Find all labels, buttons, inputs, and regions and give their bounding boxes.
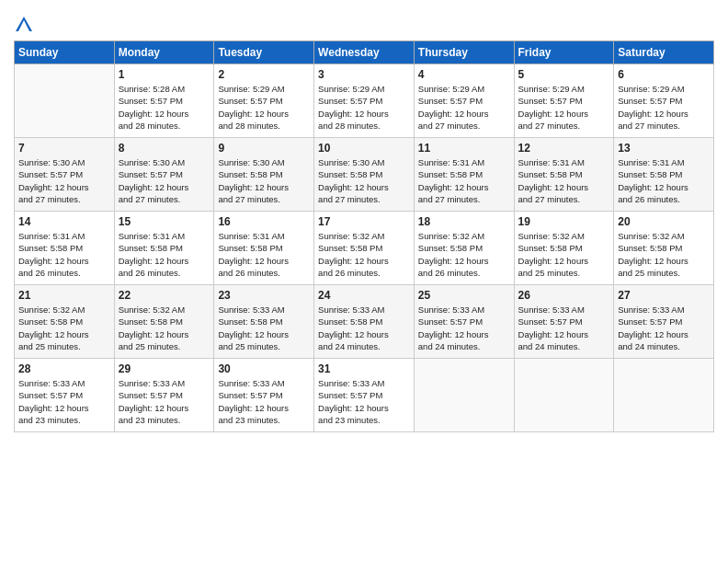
day-number: 23 xyxy=(218,289,310,302)
header-cell-monday: Monday xyxy=(114,41,214,64)
day-cell: 11Sunrise: 5:31 AM Sunset: 5:58 PM Dayli… xyxy=(414,138,514,212)
page-header xyxy=(14,9,714,35)
header-cell-sunday: Sunday xyxy=(15,41,115,64)
day-cell xyxy=(614,359,714,432)
week-row-3: 14Sunrise: 5:31 AM Sunset: 5:58 PM Dayli… xyxy=(15,212,714,285)
day-cell: 4Sunrise: 5:29 AM Sunset: 5:57 PM Daylig… xyxy=(414,64,514,138)
week-row-4: 21Sunrise: 5:32 AM Sunset: 5:58 PM Dayli… xyxy=(15,285,714,359)
day-cell: 18Sunrise: 5:32 AM Sunset: 5:58 PM Dayli… xyxy=(414,212,514,285)
day-cell: 20Sunrise: 5:32 AM Sunset: 5:58 PM Dayli… xyxy=(614,212,714,285)
calendar-header: SundayMondayTuesdayWednesdayThursdayFrid… xyxy=(15,41,714,64)
day-cell: 25Sunrise: 5:33 AM Sunset: 5:57 PM Dayli… xyxy=(414,285,514,359)
day-info: Sunrise: 5:33 AM Sunset: 5:57 PM Dayligh… xyxy=(418,304,510,352)
day-info: Sunrise: 5:33 AM Sunset: 5:58 PM Dayligh… xyxy=(318,304,410,352)
header-cell-saturday: Saturday xyxy=(614,41,714,64)
day-number: 30 xyxy=(218,362,310,375)
week-row-1: 1Sunrise: 5:28 AM Sunset: 5:57 PM Daylig… xyxy=(15,64,714,138)
day-cell: 3Sunrise: 5:29 AM Sunset: 5:57 PM Daylig… xyxy=(314,64,415,138)
day-info: Sunrise: 5:32 AM Sunset: 5:58 PM Dayligh… xyxy=(518,230,610,279)
calendar-body: 1Sunrise: 5:28 AM Sunset: 5:57 PM Daylig… xyxy=(15,64,714,432)
day-info: Sunrise: 5:31 AM Sunset: 5:58 PM Dayligh… xyxy=(218,230,310,279)
header-cell-friday: Friday xyxy=(514,41,614,64)
day-cell: 9Sunrise: 5:30 AM Sunset: 5:58 PM Daylig… xyxy=(214,138,314,212)
day-info: Sunrise: 5:29 AM Sunset: 5:57 PM Dayligh… xyxy=(618,83,710,132)
day-cell: 17Sunrise: 5:32 AM Sunset: 5:58 PM Dayli… xyxy=(314,212,415,285)
day-cell: 31Sunrise: 5:33 AM Sunset: 5:57 PM Dayli… xyxy=(314,359,415,432)
day-number: 8 xyxy=(119,142,210,155)
day-number: 4 xyxy=(418,68,510,81)
logo-icon xyxy=(14,15,34,35)
day-number: 19 xyxy=(518,215,610,228)
day-number: 3 xyxy=(318,68,410,81)
day-info: Sunrise: 5:30 AM Sunset: 5:57 PM Dayligh… xyxy=(119,156,210,205)
day-number: 15 xyxy=(119,215,210,228)
day-cell: 22Sunrise: 5:32 AM Sunset: 5:58 PM Dayli… xyxy=(114,285,214,359)
day-number: 18 xyxy=(418,215,510,228)
day-number: 16 xyxy=(218,215,310,228)
day-info: Sunrise: 5:29 AM Sunset: 5:57 PM Dayligh… xyxy=(418,83,510,132)
day-number: 12 xyxy=(518,142,610,155)
day-info: Sunrise: 5:30 AM Sunset: 5:58 PM Dayligh… xyxy=(318,156,410,205)
day-cell xyxy=(15,64,115,138)
day-cell: 12Sunrise: 5:31 AM Sunset: 5:58 PM Dayli… xyxy=(514,138,614,212)
day-cell: 19Sunrise: 5:32 AM Sunset: 5:58 PM Dayli… xyxy=(514,212,614,285)
header-cell-tuesday: Tuesday xyxy=(214,41,314,64)
week-row-2: 7Sunrise: 5:30 AM Sunset: 5:57 PM Daylig… xyxy=(15,138,714,212)
day-cell: 28Sunrise: 5:33 AM Sunset: 5:57 PM Dayli… xyxy=(15,359,115,432)
day-cell: 30Sunrise: 5:33 AM Sunset: 5:57 PM Dayli… xyxy=(214,359,314,432)
day-cell: 6Sunrise: 5:29 AM Sunset: 5:57 PM Daylig… xyxy=(614,64,714,138)
day-number: 5 xyxy=(518,68,610,81)
week-row-5: 28Sunrise: 5:33 AM Sunset: 5:57 PM Dayli… xyxy=(15,359,714,432)
day-number: 22 xyxy=(119,289,210,302)
day-number: 17 xyxy=(318,215,410,228)
day-cell: 23Sunrise: 5:33 AM Sunset: 5:58 PM Dayli… xyxy=(214,285,314,359)
day-number: 2 xyxy=(218,68,310,81)
day-number: 28 xyxy=(18,362,110,375)
day-number: 14 xyxy=(18,215,110,228)
day-number: 26 xyxy=(518,289,610,302)
day-number: 20 xyxy=(618,215,710,228)
day-number: 13 xyxy=(618,142,710,155)
day-info: Sunrise: 5:29 AM Sunset: 5:57 PM Dayligh… xyxy=(218,83,310,132)
day-info: Sunrise: 5:31 AM Sunset: 5:58 PM Dayligh… xyxy=(18,230,110,279)
day-cell: 21Sunrise: 5:32 AM Sunset: 5:58 PM Dayli… xyxy=(15,285,115,359)
day-info: Sunrise: 5:33 AM Sunset: 5:57 PM Dayligh… xyxy=(518,304,610,352)
day-number: 24 xyxy=(318,289,410,302)
header-row: SundayMondayTuesdayWednesdayThursdayFrid… xyxy=(15,41,714,64)
day-info: Sunrise: 5:32 AM Sunset: 5:58 PM Dayligh… xyxy=(119,304,210,352)
calendar-table: SundayMondayTuesdayWednesdayThursdayFrid… xyxy=(14,40,714,432)
day-cell: 26Sunrise: 5:33 AM Sunset: 5:57 PM Dayli… xyxy=(514,285,614,359)
day-cell: 5Sunrise: 5:29 AM Sunset: 5:57 PM Daylig… xyxy=(514,64,614,138)
day-info: Sunrise: 5:33 AM Sunset: 5:58 PM Dayligh… xyxy=(218,304,310,352)
day-info: Sunrise: 5:33 AM Sunset: 5:57 PM Dayligh… xyxy=(618,304,710,352)
day-info: Sunrise: 5:28 AM Sunset: 5:57 PM Dayligh… xyxy=(119,83,210,132)
day-info: Sunrise: 5:32 AM Sunset: 5:58 PM Dayligh… xyxy=(18,304,110,352)
day-cell: 16Sunrise: 5:31 AM Sunset: 5:58 PM Dayli… xyxy=(214,212,314,285)
day-number: 21 xyxy=(18,289,110,302)
day-info: Sunrise: 5:32 AM Sunset: 5:58 PM Dayligh… xyxy=(418,230,510,279)
day-info: Sunrise: 5:31 AM Sunset: 5:58 PM Dayligh… xyxy=(418,156,510,205)
day-info: Sunrise: 5:31 AM Sunset: 5:58 PM Dayligh… xyxy=(618,156,710,205)
day-cell: 8Sunrise: 5:30 AM Sunset: 5:57 PM Daylig… xyxy=(114,138,214,212)
day-info: Sunrise: 5:33 AM Sunset: 5:57 PM Dayligh… xyxy=(218,377,310,426)
day-cell: 27Sunrise: 5:33 AM Sunset: 5:57 PM Dayli… xyxy=(614,285,714,359)
day-info: Sunrise: 5:29 AM Sunset: 5:57 PM Dayligh… xyxy=(518,83,610,132)
day-number: 10 xyxy=(318,142,410,155)
day-number: 9 xyxy=(218,142,310,155)
day-cell xyxy=(414,359,514,432)
header-cell-wednesday: Wednesday xyxy=(314,41,415,64)
day-cell: 29Sunrise: 5:33 AM Sunset: 5:57 PM Dayli… xyxy=(114,359,214,432)
day-number: 1 xyxy=(119,68,210,81)
day-cell: 1Sunrise: 5:28 AM Sunset: 5:57 PM Daylig… xyxy=(114,64,214,138)
day-info: Sunrise: 5:31 AM Sunset: 5:58 PM Dayligh… xyxy=(119,230,210,279)
day-cell: 14Sunrise: 5:31 AM Sunset: 5:58 PM Dayli… xyxy=(15,212,115,285)
day-info: Sunrise: 5:30 AM Sunset: 5:58 PM Dayligh… xyxy=(218,156,310,205)
day-number: 11 xyxy=(418,142,510,155)
day-info: Sunrise: 5:33 AM Sunset: 5:57 PM Dayligh… xyxy=(318,377,410,426)
day-cell: 13Sunrise: 5:31 AM Sunset: 5:58 PM Dayli… xyxy=(614,138,714,212)
day-number: 27 xyxy=(618,289,710,302)
day-number: 25 xyxy=(418,289,510,302)
day-info: Sunrise: 5:30 AM Sunset: 5:57 PM Dayligh… xyxy=(18,156,110,205)
day-info: Sunrise: 5:32 AM Sunset: 5:58 PM Dayligh… xyxy=(618,230,710,279)
day-cell: 2Sunrise: 5:29 AM Sunset: 5:57 PM Daylig… xyxy=(214,64,314,138)
